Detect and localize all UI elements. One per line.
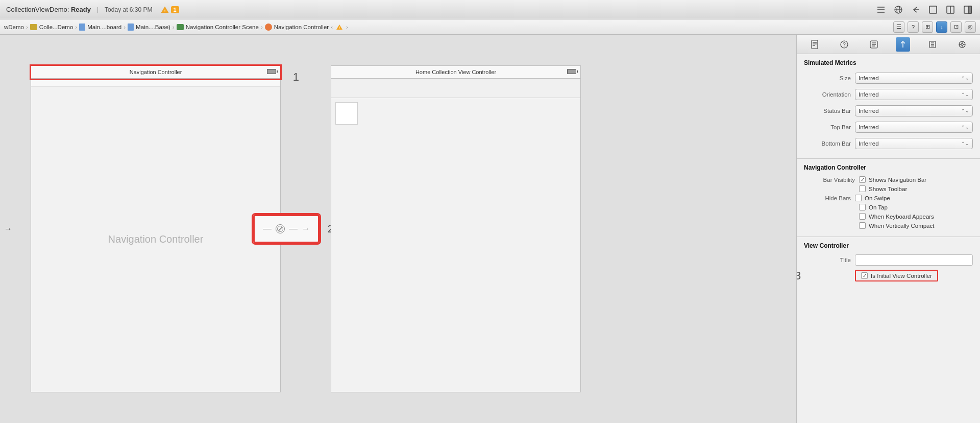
svg-point-31: [961, 43, 963, 45]
base-icon: [128, 24, 134, 31]
shows-nav-bar-checkbox[interactable]: ✓: [859, 176, 866, 183]
identity-inspector-icon[interactable]: ☰: [893, 21, 904, 33]
size-value: Inferred: [859, 75, 879, 81]
breadcrumb-base-label: Main....Base): [136, 24, 170, 30]
top-bar-value: Inferred: [859, 124, 879, 130]
media-library-icon[interactable]: ⊞: [922, 21, 933, 33]
shows-toolbar-label: Shows Toolbar: [869, 186, 907, 192]
when-vertically-compact-row: When Vertically Compact: [804, 222, 973, 229]
size-inspector-icon[interactable]: ⊡: [950, 21, 962, 33]
scene-icon: [177, 24, 184, 30]
breadcrumb-folder[interactable]: Colle...Demo: [30, 24, 73, 30]
nav-controller-box: Navigation Controller Navigation Control…: [31, 65, 281, 392]
orientation-chevron-icon: ⌃⌄: [961, 92, 969, 97]
shows-toolbar-row: Shows Toolbar: [804, 185, 973, 192]
lines-icon[interactable]: [875, 4, 887, 16]
on-tap-checkbox[interactable]: [859, 204, 866, 210]
bottom-bar-chevron-icon: ⌃⌄: [961, 141, 969, 146]
panel-help-icon[interactable]: ?: [837, 37, 851, 52]
size-label: Size: [804, 75, 855, 81]
back-arrow-icon[interactable]: [910, 4, 922, 16]
layout-right-icon[interactable]: [962, 4, 974, 16]
is-initial-vc-label: Is Initial View Controller: [871, 273, 932, 279]
right-panel: ?: [796, 35, 980, 423]
breadcrumb-nav-label: Navigation Controller: [274, 24, 329, 30]
simulated-metrics-section: Simulated Metrics Size Inferred ⌃⌄ Orien…: [797, 54, 980, 159]
breadcrumb-wdemo[interactable]: wDemo: [4, 24, 24, 30]
layout-full-icon[interactable]: [927, 4, 939, 16]
storyboard-icon: [79, 24, 85, 31]
home-controller-label: Home Collection View Controller: [415, 69, 496, 75]
segue-circle: [276, 224, 285, 233]
is-initial-vc-checkbox[interactable]: ✓: [861, 272, 868, 279]
canvas-area[interactable]: → Navigation Controller Navigation Contr…: [0, 35, 796, 423]
shows-nav-bar-label: Shows Navigation Bar: [869, 177, 926, 183]
battery-icon: [267, 69, 276, 74]
svg-text:!: !: [339, 26, 340, 29]
nav-controller-frame[interactable]: Navigation Controller Navigation Control…: [31, 65, 281, 392]
breadcrumb-bar: wDemo › Colle...Demo › Main....board › M…: [0, 19, 980, 35]
vc-title-label: Title: [804, 257, 855, 263]
main-toolbar: CollectionViewDemo: Ready | Today at 6:3…: [0, 0, 980, 19]
bottom-bar-value: Inferred: [859, 140, 879, 147]
bar-visibility-label: Bar Visibility: [808, 177, 859, 183]
toolbar-icon-group: [875, 4, 974, 16]
segue-arrow-right-icon: →: [302, 224, 310, 233]
shows-toolbar-checkbox[interactable]: [859, 185, 866, 192]
bottom-bar-select[interactable]: Inferred ⌃⌄: [855, 138, 973, 149]
status-bar-chevron-icon: ⌃⌄: [961, 108, 969, 113]
main-content: → Navigation Controller Navigation Contr…: [0, 35, 980, 423]
panel-document-icon[interactable]: [807, 37, 822, 52]
status-bar-value: Inferred: [859, 108, 879, 114]
on-swipe-label: On Swipe: [865, 195, 890, 201]
svg-rect-13: [968, 6, 971, 13]
breadcrumb-base[interactable]: Main....Base): [128, 24, 170, 31]
help-icon[interactable]: ?: [908, 21, 919, 33]
when-vertically-compact-checkbox[interactable]: [859, 222, 866, 229]
segue-line-right: [289, 229, 298, 229]
top-bar-select[interactable]: Inferred ⌃⌄: [855, 122, 973, 133]
simulated-metrics-title: Simulated Metrics: [804, 59, 973, 66]
when-keyboard-checkbox[interactable]: [859, 213, 866, 220]
panel-identity-icon[interactable]: [867, 37, 881, 52]
orientation-value: Inferred: [859, 91, 879, 98]
when-vertically-compact-label: When Vertically Compact: [869, 223, 934, 229]
is-initial-vc-container: ✓ Is Initial View Controller: [855, 270, 938, 281]
home-controller-header: Home Collection View Controller: [331, 66, 580, 79]
orientation-select[interactable]: Inferred ⌃⌄: [855, 89, 973, 100]
breadcrumb-navcontroller[interactable]: Navigation Controller: [265, 24, 329, 31]
segue-box[interactable]: →: [253, 215, 320, 243]
globe-icon[interactable]: [892, 4, 904, 16]
controllers-container: Navigation Controller Navigation Control…: [10, 45, 786, 413]
top-bar-chevron-icon: ⌃⌄: [961, 125, 969, 130]
status-bar-row: Status Bar Inferred ⌃⌄: [804, 104, 973, 118]
size-chevron-icon: ⌃⌄: [961, 76, 969, 81]
view-controller-section: View Controller Title 3 ✓ Is Initial Vie…: [797, 237, 980, 287]
when-keyboard-row: When Keyboard Appears: [804, 213, 973, 220]
panel-connections-icon[interactable]: [955, 37, 969, 52]
on-swipe-checkbox[interactable]: [855, 195, 862, 201]
segue-connector-area: → 2: [253, 215, 320, 243]
status-bar-select[interactable]: Inferred ⌃⌄: [855, 105, 973, 116]
breadcrumb-storyboard[interactable]: Main....board: [79, 24, 121, 31]
layout-split-icon[interactable]: [944, 4, 957, 16]
breadcrumb-warning-icon[interactable]: !: [336, 24, 343, 31]
warning-count-badge: 1: [171, 6, 179, 13]
home-controller-frame[interactable]: Home Collection View Controller: [331, 65, 581, 392]
warning-triangle-icon: !: [161, 6, 169, 13]
navigation-controller-section: Navigation Controller Bar Visibility ✓ S…: [797, 159, 980, 237]
breadcrumb-scene[interactable]: Navigation Controller Scene: [177, 24, 259, 30]
badge-3: 3: [796, 269, 801, 283]
size-select[interactable]: Inferred ⌃⌄: [855, 73, 973, 84]
attributes-inspector-icon[interactable]: ↓: [936, 21, 947, 33]
top-bar-label: Top Bar: [804, 124, 855, 130]
panel-attributes-icon[interactable]: [896, 37, 910, 52]
svg-text:?: ?: [843, 42, 846, 48]
bottom-bar-row: Bottom Bar Inferred ⌃⌄: [804, 137, 973, 150]
warning-indicator[interactable]: ! 1: [161, 6, 179, 13]
breadcrumb-storyboard-label: Main....board: [87, 24, 121, 30]
connections-inspector-icon[interactable]: ◎: [965, 21, 976, 33]
vc-title-input[interactable]: [855, 254, 973, 266]
home-nav-bar: [331, 79, 580, 98]
panel-size-icon[interactable]: [925, 37, 940, 52]
